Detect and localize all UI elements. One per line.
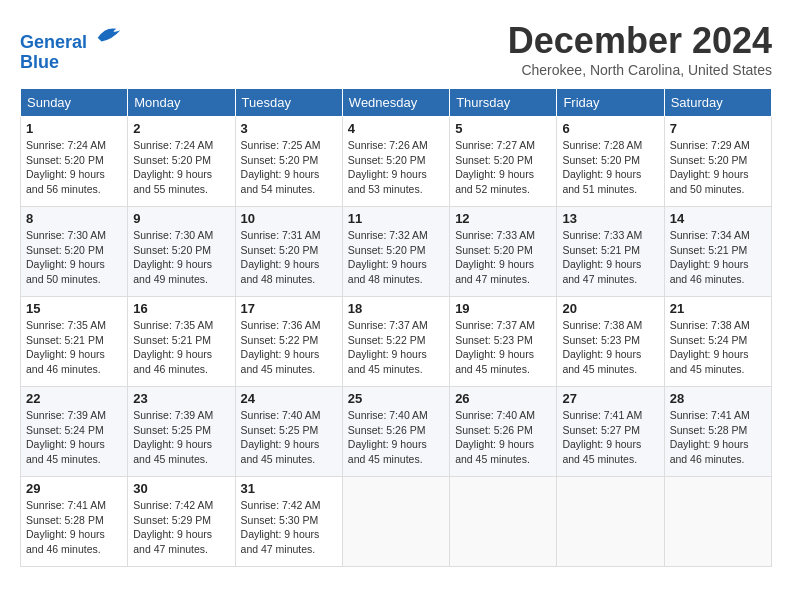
- day-info: Sunrise: 7:37 AMSunset: 5:22 PMDaylight:…: [348, 319, 428, 375]
- day-info: Sunrise: 7:32 AMSunset: 5:20 PMDaylight:…: [348, 229, 428, 285]
- day-number: 22: [26, 391, 122, 406]
- calendar-cell: 9 Sunrise: 7:30 AMSunset: 5:20 PMDayligh…: [128, 207, 235, 297]
- day-info: Sunrise: 7:40 AMSunset: 5:25 PMDaylight:…: [241, 409, 321, 465]
- calendar-cell: 26 Sunrise: 7:40 AMSunset: 5:26 PMDaylig…: [450, 387, 557, 477]
- day-info: Sunrise: 7:38 AMSunset: 5:24 PMDaylight:…: [670, 319, 750, 375]
- day-number: 13: [562, 211, 658, 226]
- day-info: Sunrise: 7:37 AMSunset: 5:23 PMDaylight:…: [455, 319, 535, 375]
- calendar-cell: 3 Sunrise: 7:25 AMSunset: 5:20 PMDayligh…: [235, 117, 342, 207]
- day-info: Sunrise: 7:27 AMSunset: 5:20 PMDaylight:…: [455, 139, 535, 195]
- day-number: 4: [348, 121, 444, 136]
- day-number: 10: [241, 211, 337, 226]
- calendar-cell: 10 Sunrise: 7:31 AMSunset: 5:20 PMDaylig…: [235, 207, 342, 297]
- logo-text: General Blue: [20, 20, 124, 73]
- calendar-cell: [450, 477, 557, 567]
- calendar-cell: 29 Sunrise: 7:41 AMSunset: 5:28 PMDaylig…: [21, 477, 128, 567]
- calendar-cell: [342, 477, 449, 567]
- calendar-cell: 21 Sunrise: 7:38 AMSunset: 5:24 PMDaylig…: [664, 297, 771, 387]
- calendar-cell: 13 Sunrise: 7:33 AMSunset: 5:21 PMDaylig…: [557, 207, 664, 297]
- day-info: Sunrise: 7:42 AMSunset: 5:29 PMDaylight:…: [133, 499, 213, 555]
- day-number: 27: [562, 391, 658, 406]
- calendar-cell: 19 Sunrise: 7:37 AMSunset: 5:23 PMDaylig…: [450, 297, 557, 387]
- calendar-cell: 27 Sunrise: 7:41 AMSunset: 5:27 PMDaylig…: [557, 387, 664, 477]
- day-info: Sunrise: 7:29 AMSunset: 5:20 PMDaylight:…: [670, 139, 750, 195]
- day-info: Sunrise: 7:30 AMSunset: 5:20 PMDaylight:…: [133, 229, 213, 285]
- calendar-week-row: 22 Sunrise: 7:39 AMSunset: 5:24 PMDaylig…: [21, 387, 772, 477]
- header-wednesday: Wednesday: [342, 89, 449, 117]
- calendar-cell: 23 Sunrise: 7:39 AMSunset: 5:25 PMDaylig…: [128, 387, 235, 477]
- day-info: Sunrise: 7:35 AMSunset: 5:21 PMDaylight:…: [133, 319, 213, 375]
- calendar-week-row: 8 Sunrise: 7:30 AMSunset: 5:20 PMDayligh…: [21, 207, 772, 297]
- day-info: Sunrise: 7:39 AMSunset: 5:25 PMDaylight:…: [133, 409, 213, 465]
- calendar-cell: 8 Sunrise: 7:30 AMSunset: 5:20 PMDayligh…: [21, 207, 128, 297]
- day-number: 12: [455, 211, 551, 226]
- title-section: December 2024 Cherokee, North Carolina, …: [508, 20, 772, 78]
- day-number: 6: [562, 121, 658, 136]
- header-thursday: Thursday: [450, 89, 557, 117]
- month-title: December 2024: [508, 20, 772, 62]
- calendar-cell: 24 Sunrise: 7:40 AMSunset: 5:25 PMDaylig…: [235, 387, 342, 477]
- header-friday: Friday: [557, 89, 664, 117]
- calendar-week-row: 29 Sunrise: 7:41 AMSunset: 5:28 PMDaylig…: [21, 477, 772, 567]
- calendar-cell: 31 Sunrise: 7:42 AMSunset: 5:30 PMDaylig…: [235, 477, 342, 567]
- day-number: 30: [133, 481, 229, 496]
- day-number: 9: [133, 211, 229, 226]
- calendar-table: SundayMondayTuesdayWednesdayThursdayFrid…: [20, 88, 772, 567]
- day-number: 31: [241, 481, 337, 496]
- calendar-week-row: 15 Sunrise: 7:35 AMSunset: 5:21 PMDaylig…: [21, 297, 772, 387]
- calendar-cell: 20 Sunrise: 7:38 AMSunset: 5:23 PMDaylig…: [557, 297, 664, 387]
- calendar-cell: 14 Sunrise: 7:34 AMSunset: 5:21 PMDaylig…: [664, 207, 771, 297]
- day-info: Sunrise: 7:25 AMSunset: 5:20 PMDaylight:…: [241, 139, 321, 195]
- calendar-cell: 1 Sunrise: 7:24 AMSunset: 5:20 PMDayligh…: [21, 117, 128, 207]
- day-number: 15: [26, 301, 122, 316]
- day-info: Sunrise: 7:41 AMSunset: 5:28 PMDaylight:…: [26, 499, 106, 555]
- calendar-cell: 16 Sunrise: 7:35 AMSunset: 5:21 PMDaylig…: [128, 297, 235, 387]
- calendar-cell: 28 Sunrise: 7:41 AMSunset: 5:28 PMDaylig…: [664, 387, 771, 477]
- calendar-cell: 11 Sunrise: 7:32 AMSunset: 5:20 PMDaylig…: [342, 207, 449, 297]
- day-info: Sunrise: 7:41 AMSunset: 5:28 PMDaylight:…: [670, 409, 750, 465]
- calendar-cell: 5 Sunrise: 7:27 AMSunset: 5:20 PMDayligh…: [450, 117, 557, 207]
- day-info: Sunrise: 7:41 AMSunset: 5:27 PMDaylight:…: [562, 409, 642, 465]
- day-number: 7: [670, 121, 766, 136]
- logo-bird-icon: [94, 20, 124, 48]
- calendar-cell: 6 Sunrise: 7:28 AMSunset: 5:20 PMDayligh…: [557, 117, 664, 207]
- calendar-header-row: SundayMondayTuesdayWednesdayThursdayFrid…: [21, 89, 772, 117]
- day-number: 17: [241, 301, 337, 316]
- day-info: Sunrise: 7:28 AMSunset: 5:20 PMDaylight:…: [562, 139, 642, 195]
- day-info: Sunrise: 7:31 AMSunset: 5:20 PMDaylight:…: [241, 229, 321, 285]
- day-info: Sunrise: 7:40 AMSunset: 5:26 PMDaylight:…: [348, 409, 428, 465]
- calendar-cell: 4 Sunrise: 7:26 AMSunset: 5:20 PMDayligh…: [342, 117, 449, 207]
- calendar-cell: 15 Sunrise: 7:35 AMSunset: 5:21 PMDaylig…: [21, 297, 128, 387]
- calendar-cell: 22 Sunrise: 7:39 AMSunset: 5:24 PMDaylig…: [21, 387, 128, 477]
- day-number: 23: [133, 391, 229, 406]
- day-number: 24: [241, 391, 337, 406]
- calendar-cell: 30 Sunrise: 7:42 AMSunset: 5:29 PMDaylig…: [128, 477, 235, 567]
- day-number: 11: [348, 211, 444, 226]
- calendar-week-row: 1 Sunrise: 7:24 AMSunset: 5:20 PMDayligh…: [21, 117, 772, 207]
- day-info: Sunrise: 7:24 AMSunset: 5:20 PMDaylight:…: [133, 139, 213, 195]
- calendar-cell: 17 Sunrise: 7:36 AMSunset: 5:22 PMDaylig…: [235, 297, 342, 387]
- calendar-cell: 12 Sunrise: 7:33 AMSunset: 5:20 PMDaylig…: [450, 207, 557, 297]
- day-number: 28: [670, 391, 766, 406]
- day-number: 14: [670, 211, 766, 226]
- day-info: Sunrise: 7:42 AMSunset: 5:30 PMDaylight:…: [241, 499, 321, 555]
- logo: General Blue: [20, 20, 124, 73]
- day-number: 21: [670, 301, 766, 316]
- day-info: Sunrise: 7:35 AMSunset: 5:21 PMDaylight:…: [26, 319, 106, 375]
- day-number: 1: [26, 121, 122, 136]
- header-monday: Monday: [128, 89, 235, 117]
- day-number: 20: [562, 301, 658, 316]
- day-number: 25: [348, 391, 444, 406]
- day-info: Sunrise: 7:30 AMSunset: 5:20 PMDaylight:…: [26, 229, 106, 285]
- day-number: 19: [455, 301, 551, 316]
- day-info: Sunrise: 7:34 AMSunset: 5:21 PMDaylight:…: [670, 229, 750, 285]
- calendar-cell: 2 Sunrise: 7:24 AMSunset: 5:20 PMDayligh…: [128, 117, 235, 207]
- day-info: Sunrise: 7:38 AMSunset: 5:23 PMDaylight:…: [562, 319, 642, 375]
- day-number: 29: [26, 481, 122, 496]
- calendar-cell: [557, 477, 664, 567]
- day-number: 5: [455, 121, 551, 136]
- header-saturday: Saturday: [664, 89, 771, 117]
- day-info: Sunrise: 7:39 AMSunset: 5:24 PMDaylight:…: [26, 409, 106, 465]
- calendar-cell: [664, 477, 771, 567]
- header-tuesday: Tuesday: [235, 89, 342, 117]
